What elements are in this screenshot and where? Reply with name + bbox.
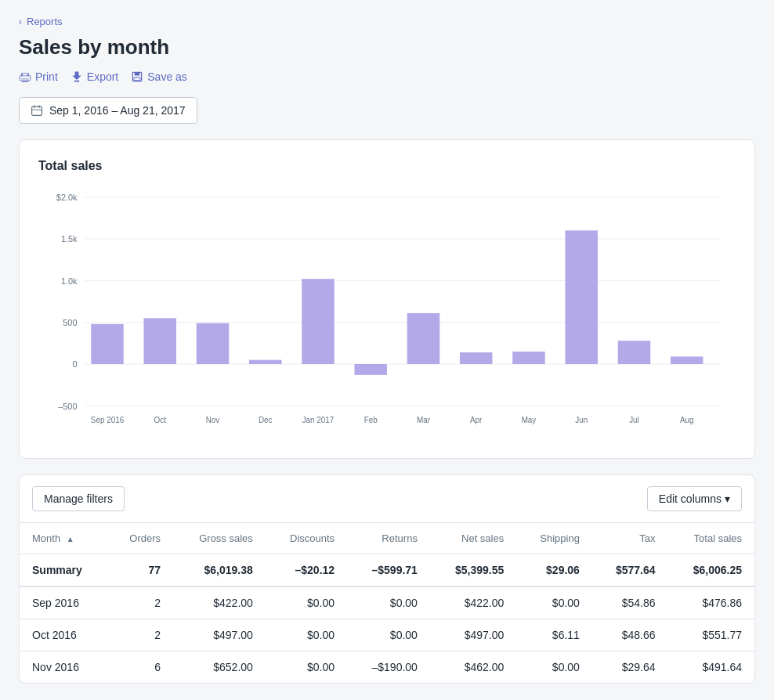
manage-filters-label: Manage filters xyxy=(44,493,113,505)
edit-columns-label: Edit columns xyxy=(659,493,722,505)
table-cell: $6.11 xyxy=(516,619,592,651)
summary-row: Summary 77 $6,019.38 –$20.12 –$599.71 $5… xyxy=(20,554,754,587)
table-cell: $497.00 xyxy=(173,619,266,651)
table-row: Oct 20162$497.00$0.00$0.00$497.00$6.11$4… xyxy=(20,619,754,651)
svg-text:Apr: Apr xyxy=(470,415,483,424)
table-cell: $48.66 xyxy=(592,619,668,651)
svg-text:$2.0k: $2.0k xyxy=(56,193,78,202)
sales-table: Month ▲ Orders Gross sales Discounts Ret… xyxy=(20,523,754,683)
svg-text:1.5k: 1.5k xyxy=(61,234,78,244)
svg-text:–500: –500 xyxy=(58,401,77,410)
col-month[interactable]: Month ▲ xyxy=(20,523,107,554)
table-cell: $551.77 xyxy=(668,619,754,651)
col-net-sales[interactable]: Net sales xyxy=(430,523,516,554)
col-tax[interactable]: Tax xyxy=(592,523,668,554)
manage-filters-button[interactable]: Manage filters xyxy=(32,486,125,511)
date-range-button[interactable]: Sep 1, 2016 – Aug 21, 2017 xyxy=(19,97,197,124)
bar-jul xyxy=(618,341,651,364)
svg-text:0: 0 xyxy=(72,359,77,369)
col-returns[interactable]: Returns xyxy=(347,523,430,554)
table-cell: 2 xyxy=(107,586,173,619)
summary-shipping: $29.06 xyxy=(516,554,592,587)
table-cell: Oct 2016 xyxy=(20,619,107,651)
table-cell: 6 xyxy=(107,651,173,684)
save-as-button[interactable]: Save as xyxy=(131,70,187,83)
svg-text:May: May xyxy=(522,415,537,424)
svg-text:500: 500 xyxy=(63,318,77,327)
bar-feb xyxy=(354,364,387,375)
table-cell: $0.00 xyxy=(266,586,347,619)
chart-title: Total sales xyxy=(38,159,736,173)
bar-oct xyxy=(143,318,176,364)
table-cell: $422.00 xyxy=(430,586,516,619)
table-cell: $29.64 xyxy=(592,651,668,684)
col-shipping[interactable]: Shipping xyxy=(516,523,592,554)
col-gross-sales[interactable]: Gross sales xyxy=(173,523,266,554)
chart-svg: $2.0k 1.5k 1.0k 500 0 –500 xyxy=(38,189,736,439)
table-cell: $0.00 xyxy=(266,619,347,651)
svg-text:Mar: Mar xyxy=(417,415,431,424)
summary-returns: –$599.71 xyxy=(347,554,430,587)
summary-orders: 77 xyxy=(107,554,173,587)
svg-text:Dec: Dec xyxy=(259,415,273,424)
svg-text:Jul: Jul xyxy=(629,415,639,424)
table-cell: $0.00 xyxy=(347,619,430,651)
summary-month: Summary xyxy=(20,554,107,587)
chart-card: Total sales $2.0k 1.5k 1.0k 500 0 –500 xyxy=(19,139,755,459)
table-cell: $54.86 xyxy=(592,586,668,619)
svg-text:Jun: Jun xyxy=(575,415,588,424)
table-cell: 2 xyxy=(107,619,173,651)
table-cell: $422.00 xyxy=(173,586,266,619)
save-as-label: Save as xyxy=(147,70,187,83)
table-cell: $0.00 xyxy=(516,651,592,684)
table-cell: –$190.00 xyxy=(347,651,430,684)
col-total-sales[interactable]: Total sales xyxy=(668,523,754,554)
calendar-icon xyxy=(31,104,43,117)
svg-text:Nov: Nov xyxy=(206,415,220,424)
svg-rect-1 xyxy=(135,72,139,75)
edit-columns-button[interactable]: Edit columns ▾ xyxy=(647,486,742,511)
table-cell: $462.00 xyxy=(430,651,516,684)
back-arrow-icon: ‹ xyxy=(19,16,22,27)
bar-jan xyxy=(302,279,335,364)
export-label: Export xyxy=(87,70,118,83)
table-cell: $0.00 xyxy=(347,586,430,619)
col-discounts[interactable]: Discounts xyxy=(266,523,347,554)
print-icon xyxy=(19,70,31,83)
date-range-label: Sep 1, 2016 – Aug 21, 2017 xyxy=(49,104,186,117)
table-card: Manage filters Edit columns ▾ Month ▲ Or… xyxy=(19,474,755,684)
col-orders[interactable]: Orders xyxy=(107,523,173,554)
table-cell: Sep 2016 xyxy=(20,586,107,619)
export-icon xyxy=(71,70,83,83)
table-cell: $0.00 xyxy=(516,586,592,619)
table-cell: $652.00 xyxy=(173,651,266,684)
svg-rect-2 xyxy=(134,78,140,81)
svg-text:Sep 2016: Sep 2016 xyxy=(91,415,125,424)
print-label: Print xyxy=(35,70,58,83)
sort-icon: ▲ xyxy=(67,535,74,543)
bar-nov xyxy=(197,323,230,364)
export-button[interactable]: Export xyxy=(71,70,118,83)
save-as-icon xyxy=(131,70,143,83)
summary-tax: $577.64 xyxy=(592,554,668,587)
table-header-row: Month ▲ Orders Gross sales Discounts Ret… xyxy=(20,523,754,554)
table-cell: $497.00 xyxy=(430,619,516,651)
print-button[interactable]: Print xyxy=(19,70,58,83)
svg-rect-3 xyxy=(32,106,42,115)
table-cell: $491.64 xyxy=(668,651,754,684)
bar-jun xyxy=(565,230,598,364)
toolbar: Print Export Save as xyxy=(19,70,755,83)
bar-dec xyxy=(249,360,282,364)
table-cell: $0.00 xyxy=(266,651,347,684)
summary-gross-sales: $6,019.38 xyxy=(173,554,266,587)
table-toolbar: Manage filters Edit columns ▾ xyxy=(20,475,754,523)
breadcrumb[interactable]: ‹ Reports xyxy=(19,16,755,27)
bar-apr xyxy=(460,352,493,364)
svg-text:Oct: Oct xyxy=(154,415,166,424)
summary-total-sales: $6,006.25 xyxy=(668,554,754,587)
svg-text:Aug: Aug xyxy=(680,415,694,424)
dropdown-arrow-icon: ▾ xyxy=(725,493,730,505)
table-cell: Nov 2016 xyxy=(20,651,107,684)
table-row: Nov 20166$652.00$0.00–$190.00$462.00$0.0… xyxy=(20,651,754,684)
page-title: Sales by month xyxy=(19,35,755,60)
